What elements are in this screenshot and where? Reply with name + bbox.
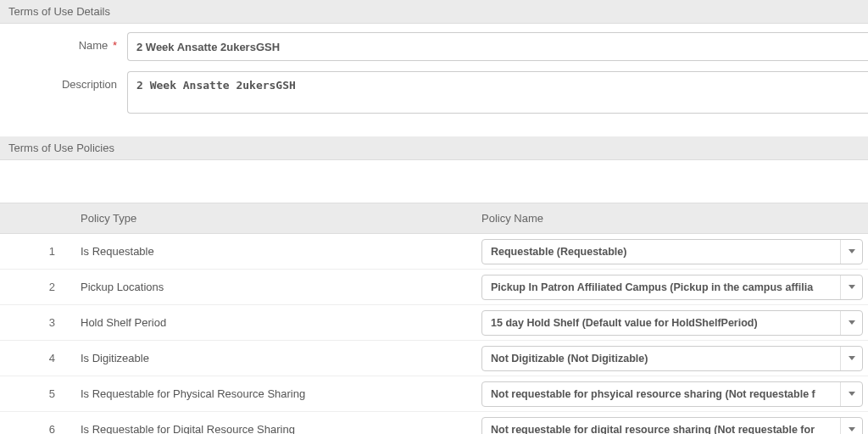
chevron-down-icon	[840, 382, 862, 406]
name-label: Name *	[8, 32, 127, 52]
row-index: 1	[0, 245, 72, 258]
col-policy-name-header: Policy Name	[475, 212, 868, 225]
description-label: Description	[8, 71, 127, 91]
policies-toolbar-gap	[0, 160, 868, 203]
policy-name-dropdown[interactable]: 15 day Hold Shelf (Default value for Hol…	[481, 310, 863, 336]
policy-type-cell: Is Requestable for Digital Resource Shar…	[72, 423, 475, 434]
policy-type-cell: Hold Shelf Period	[72, 316, 475, 329]
policy-name-dropdown[interactable]: Requestable (Requestable)	[481, 239, 863, 264]
name-label-text: Name	[79, 39, 108, 52]
policy-name-value: Requestable (Requestable)	[482, 246, 840, 258]
policy-name-cell: Requestable (Requestable)	[475, 239, 868, 264]
row-index: 5	[0, 387, 72, 400]
row-index: 4	[0, 352, 72, 364]
table-row: 5Is Requestable for Physical Resource Sh…	[0, 376, 868, 412]
policies-table-header: Policy Type Policy Name	[0, 203, 868, 234]
table-row: 1Is RequestableRequestable (Requestable)	[0, 234, 868, 270]
description-textarea[interactable]	[127, 71, 868, 114]
policy-name-cell: Not requestable for digital resource sha…	[475, 417, 868, 435]
terms-of-use-details-panel: Name * Description	[0, 24, 868, 136]
chevron-down-icon	[840, 347, 862, 370]
policy-name-value: Not Digitizable (Not Digitizable)	[482, 353, 840, 364]
form-row-name: Name *	[0, 32, 868, 61]
table-row: 4Is DigitizeableNot Digitizable (Not Dig…	[0, 341, 868, 376]
row-index: 6	[0, 423, 72, 434]
terms-of-use-details-header: Terms of Use Details	[0, 0, 868, 24]
policy-name-cell: Not requestable for phsyical resource sh…	[475, 381, 868, 407]
policy-name-value: 15 day Hold Shelf (Default value for Hol…	[482, 317, 840, 329]
col-policy-type-header: Policy Type	[72, 212, 475, 225]
table-row: 3Hold Shelf Period15 day Hold Shelf (Def…	[0, 305, 868, 341]
chevron-down-icon	[840, 240, 862, 264]
chevron-down-icon	[840, 311, 862, 335]
policies-table: Policy Type Policy Name 1Is RequestableR…	[0, 203, 868, 434]
policy-name-dropdown[interactable]: Not requestable for phsyical resource sh…	[481, 381, 863, 407]
chevron-down-icon	[840, 275, 862, 299]
terms-of-use-policies-header: Terms of Use Policies	[0, 136, 868, 160]
name-input[interactable]	[127, 32, 868, 61]
policy-name-cell: Not Digitizable (Not Digitizable)	[475, 346, 868, 371]
row-index: 3	[0, 316, 72, 329]
policy-name-value: Pickup In Patron Affiliated Campus (Pick…	[482, 281, 840, 293]
policy-type-cell: Pickup Locations	[72, 281, 475, 293]
required-asterisk: *	[109, 39, 117, 52]
policy-name-cell: Pickup In Patron Affiliated Campus (Pick…	[475, 275, 868, 300]
chevron-down-icon	[840, 418, 862, 435]
policy-name-value: Not requestable for phsyical resource sh…	[482, 388, 840, 400]
policy-name-cell: 15 day Hold Shelf (Default value for Hol…	[475, 310, 868, 336]
policy-type-cell: Is Requestable for Physical Resource Sha…	[72, 387, 475, 400]
col-index-header	[0, 212, 72, 225]
policy-type-cell: Is Digitizeable	[72, 352, 475, 364]
table-row: 6Is Requestable for Digital Resource Sha…	[0, 412, 868, 434]
policy-name-dropdown[interactable]: Pickup In Patron Affiliated Campus (Pick…	[481, 275, 863, 300]
policy-name-dropdown[interactable]: Not requestable for digital resource sha…	[481, 417, 863, 435]
form-row-description: Description	[0, 71, 868, 114]
row-index: 2	[0, 281, 72, 293]
policy-name-dropdown[interactable]: Not Digitizable (Not Digitizable)	[481, 346, 863, 371]
policy-type-cell: Is Requestable	[72, 245, 475, 258]
table-row: 2Pickup LocationsPickup In Patron Affili…	[0, 270, 868, 305]
policy-name-value: Not requestable for digital resource sha…	[482, 424, 840, 435]
